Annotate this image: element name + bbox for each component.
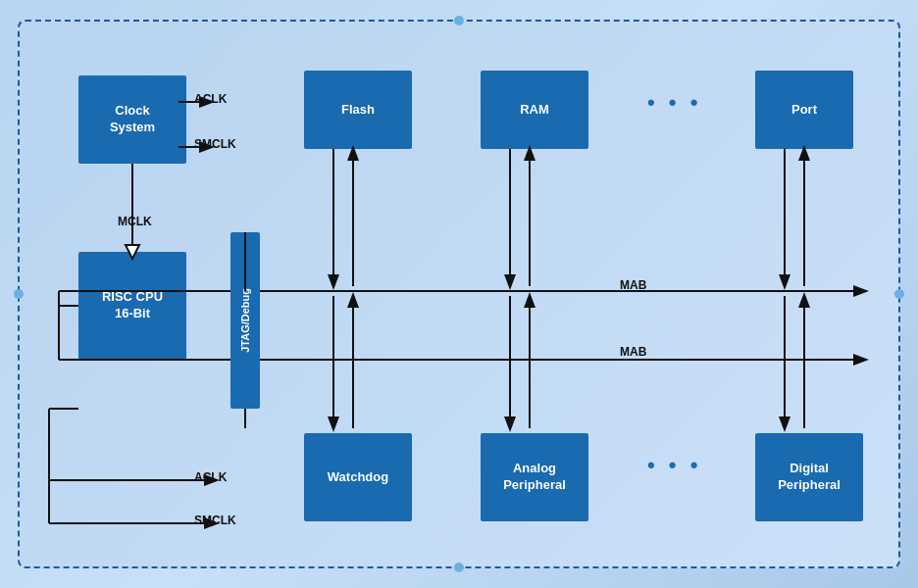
flash-block: Flash [304,71,412,149]
diagram-container: ClockSystem RISC CPU16-Bit JTAG/Debug Fl… [18,20,900,568]
dot-top [454,16,464,25]
dot-right [894,289,904,299]
smclk-bottom-label: SMCLK [194,514,236,527]
mclk-label: MCLK [118,215,152,228]
aclk-bottom-label: ACLK [194,470,227,484]
digital-peripheral-block: DigitalPeripheral [755,433,863,521]
dot-left [14,289,24,299]
mab-bottom-label: MAB [620,345,646,359]
dots-top: • • • [647,90,701,116]
clock-system-block: ClockSystem [78,75,186,164]
risc-cpu-block: RISC CPU16-Bit [78,252,186,360]
jtag-block: JTAG/Debug [230,232,260,409]
watchdog-block: Watchdog [304,433,412,521]
aclk-top-label: ACLK [194,92,227,106]
dots-bottom: • • • [647,453,701,478]
dot-bottom [454,563,464,572]
smclk-top-label: SMCLK [194,137,236,151]
ram-block: RAM [481,71,588,149]
port-block: Port [755,71,853,149]
analog-peripheral-block: AnalogPeripheral [481,433,588,521]
mab-top-label: MAB [620,278,646,292]
